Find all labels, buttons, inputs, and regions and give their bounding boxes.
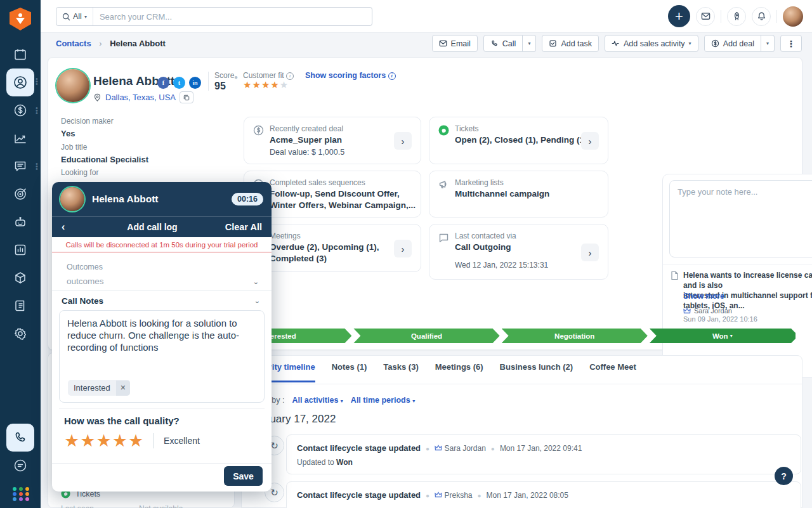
stage-qualified[interactable]: Qualified xyxy=(353,329,499,343)
save-button[interactable]: Save xyxy=(224,466,263,486)
recent-deal-card[interactable]: Recently created deal Acme_Super plan De… xyxy=(244,117,421,164)
open-conversations-button[interactable]: › xyxy=(581,244,599,261)
call-notes-input[interactable]: Helena Abbott is looking for a solution … xyxy=(59,310,265,403)
facebook-icon[interactable]: f xyxy=(157,77,169,89)
breadcrumb-contacts-link[interactable]: Contacts xyxy=(56,39,91,48)
task-icon xyxy=(549,39,557,48)
quick-add-button[interactable]: + xyxy=(668,5,690,27)
conversations-kebab-icon[interactable]: ••• xyxy=(36,162,38,170)
analytics-icon[interactable] xyxy=(13,131,28,147)
goals-icon[interactable] xyxy=(13,186,28,202)
notifications-button[interactable] xyxy=(752,7,771,26)
call-widget-header: Helena Abbott 00:16 xyxy=(52,182,272,216)
search-scope-label: All xyxy=(73,12,82,21)
call-notes-label: Call Notes xyxy=(62,296,103,306)
calendar-icon[interactable] xyxy=(13,47,28,62)
call-dropdown-button[interactable]: ▾ xyxy=(523,35,536,52)
timeline-event[interactable]: Contact lifecycle stage updated● Preksha… xyxy=(286,481,801,508)
add-deal-button[interactable]: Add deal xyxy=(704,35,761,52)
outcomes-label: Outcomes xyxy=(67,263,103,271)
add-deal-dropdown-button[interactable]: ▾ xyxy=(761,35,775,52)
more-actions-button[interactable]: ⋮ xyxy=(780,35,802,52)
tab-notes[interactable]: Notes (1) xyxy=(332,362,367,382)
reports-icon[interactable] xyxy=(13,242,28,257)
sidebar-item-contacts[interactable] xyxy=(6,68,34,96)
search-input[interactable] xyxy=(93,12,372,22)
timeline-event[interactable]: Contact lifecycle stage updated● Sara Jo… xyxy=(286,434,801,474)
call-log-widget: Helena Abbott 00:16 ‹ Add call log Clear… xyxy=(52,182,272,492)
email-inbox-button[interactable] xyxy=(696,7,715,26)
copy-button[interactable] xyxy=(180,91,193,103)
deals-kebab-icon[interactable]: ••• xyxy=(36,107,38,114)
chat-widget-icon[interactable] xyxy=(13,458,28,473)
add-task-button[interactable]: Add task xyxy=(542,35,599,52)
stage-won[interactable]: Won ▾ xyxy=(650,329,796,343)
show-more-link[interactable]: Show more xyxy=(683,292,724,301)
tab-tasks[interactable]: Tasks (3) xyxy=(383,362,418,382)
tickets-card[interactable]: Tickets Open (2), Closed (1), Pending (1… xyxy=(429,117,608,164)
tab-business-lunch[interactable]: Business lunch (2) xyxy=(500,362,573,382)
search-scope-dropdown[interactable]: All ▾ xyxy=(56,8,93,25)
settings-icon[interactable] xyxy=(13,326,28,341)
call-contact-avatar xyxy=(60,187,84,211)
global-search[interactable]: All ▾ xyxy=(56,7,372,26)
freshworks-logo[interactable] xyxy=(10,8,31,30)
user-avatar[interactable] xyxy=(783,6,803,27)
divider xyxy=(59,408,265,409)
linkedin-icon[interactable]: in xyxy=(189,77,201,89)
score-label: Score xyxy=(214,71,234,80)
marketing-lists-card[interactable]: Marketing lists Multichannel campaign xyxy=(429,171,608,218)
filter-periods-dropdown[interactable]: All time periods ▾ xyxy=(351,396,415,405)
topbar: All ▾ + xyxy=(41,0,812,33)
outcome-tag: Interested ✕ xyxy=(68,380,130,396)
chevron-down-icon[interactable]: ⌄ xyxy=(254,297,260,305)
star-icon: ★ xyxy=(80,431,96,450)
open-deal-button[interactable]: › xyxy=(394,132,412,150)
bot-icon[interactable] xyxy=(13,215,28,230)
email-button[interactable]: Email xyxy=(432,35,478,52)
freshdesk-tickets-icon xyxy=(438,125,449,136)
timeline-tabs: Activity timeline Notes (1) Tasks (3) Me… xyxy=(252,362,636,382)
envelope-icon xyxy=(701,11,710,21)
filter-activities-dropdown[interactable]: All activities ▾ xyxy=(292,396,343,405)
note-input[interactable] xyxy=(669,180,812,257)
back-chevron-icon[interactable]: ‹ xyxy=(62,221,87,233)
remove-tag-button[interactable]: ✕ xyxy=(116,381,130,396)
app-switcher-icon[interactable] xyxy=(13,487,30,501)
deals-icon[interactable] xyxy=(13,103,28,118)
outcomes-select[interactable]: outcomes xyxy=(67,277,104,286)
call-button[interactable]: Call xyxy=(483,35,523,52)
conversations-icon[interactable] xyxy=(13,159,28,174)
open-meetings-button[interactable]: › xyxy=(394,240,412,257)
twitter-icon[interactable]: t xyxy=(173,77,185,89)
call-quality-rating[interactable]: ★★★★★ Excellent xyxy=(64,431,200,451)
contacts-kebab-icon[interactable]: ••• xyxy=(36,77,38,85)
last-contacted-card[interactable]: Last contacted via Call Outgoing Wed 12 … xyxy=(429,224,608,280)
note-doc-icon xyxy=(671,271,679,280)
contact-location[interactable]: Dallas, Texas, USA xyxy=(105,93,176,102)
info-icon[interactable]: i xyxy=(286,72,294,80)
documents-icon[interactable] xyxy=(13,298,28,313)
divider xyxy=(242,384,802,384)
show-scoring-factors-link[interactable]: Show scoring factors i xyxy=(305,71,396,80)
tab-meetings[interactable]: Meetings (6) xyxy=(435,362,483,382)
whats-new-button[interactable] xyxy=(727,7,746,26)
page-header-row: Contacts › Helena Abbott Email Call ▾ Ad… xyxy=(41,33,812,54)
help-button[interactable]: ? xyxy=(775,467,793,485)
phone-widget-button[interactable] xyxy=(6,424,34,452)
products-icon[interactable] xyxy=(13,270,28,285)
open-tickets-button[interactable]: › xyxy=(581,132,599,150)
megaphone-icon xyxy=(438,179,449,190)
timeline-filter-row: Filter by : All activities ▾ All time pe… xyxy=(252,396,415,405)
tab-coffee-meet[interactable]: Coffee Meet xyxy=(589,362,636,382)
crown-icon xyxy=(435,444,442,453)
star-icon: ★ xyxy=(243,79,252,90)
add-sales-activity-button[interactable]: Add sales activity ▾ xyxy=(605,35,698,52)
deal-icon xyxy=(253,125,264,136)
envelope-icon xyxy=(439,39,447,48)
dollar-icon xyxy=(711,39,719,48)
clear-all-button[interactable]: Clear All xyxy=(218,222,262,232)
divider xyxy=(52,290,272,291)
stage-negotiation[interactable]: Negotiation xyxy=(502,329,648,343)
divider xyxy=(663,264,812,264)
